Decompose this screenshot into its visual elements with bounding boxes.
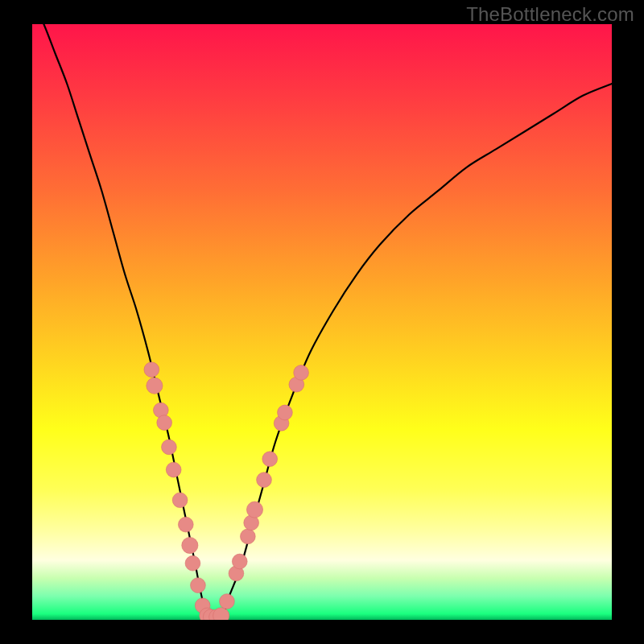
data-marker — [191, 578, 206, 593]
data-markers — [144, 362, 308, 620]
data-marker — [162, 440, 177, 455]
plot-area — [32, 24, 612, 620]
data-marker — [240, 529, 255, 544]
data-marker — [278, 405, 293, 420]
data-marker — [220, 594, 235, 609]
data-marker — [232, 554, 247, 569]
data-marker — [172, 493, 188, 508]
data-marker — [147, 378, 163, 394]
data-marker — [262, 452, 278, 467]
chart-svg — [32, 24, 612, 620]
chart-frame: TheBottleneck.com — [0, 0, 644, 644]
data-marker — [178, 517, 193, 532]
attribution-label: TheBottleneck.com — [466, 3, 634, 26]
data-marker — [166, 462, 181, 477]
data-marker — [294, 365, 309, 381]
data-marker — [157, 415, 172, 431]
data-marker — [246, 502, 262, 518]
data-marker — [144, 362, 159, 378]
data-marker — [182, 537, 198, 553]
data-marker — [257, 473, 272, 488]
bottleneck-curve — [32, 24, 612, 620]
data-marker — [185, 555, 200, 571]
